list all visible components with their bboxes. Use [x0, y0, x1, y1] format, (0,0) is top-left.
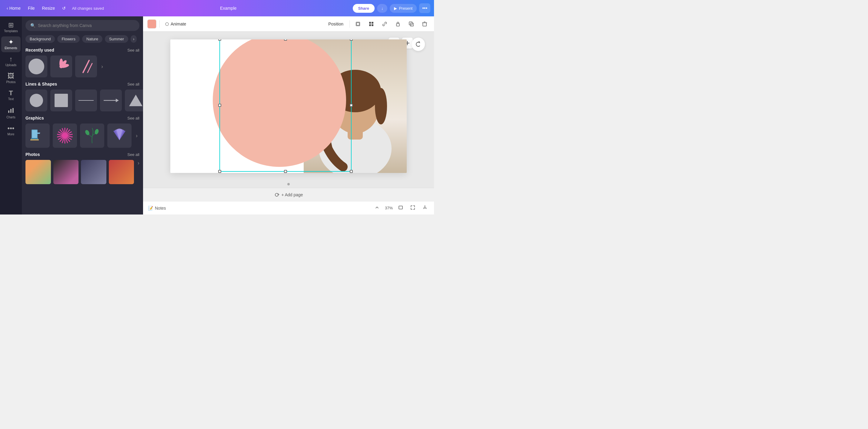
hide-pages-button[interactable]	[373, 204, 381, 212]
search-input[interactable]	[38, 23, 134, 28]
graphics-see-all[interactable]: See all	[127, 116, 140, 120]
photos-grid: ›	[26, 160, 140, 184]
document-title: Example	[220, 6, 237, 10]
lines-shapes-see-all[interactable]: See all	[127, 82, 140, 86]
photo-item-1[interactable]	[26, 160, 51, 184]
photo-item-2[interactable]	[53, 160, 79, 184]
notes-icon: 📝	[148, 206, 153, 210]
page-dots	[143, 180, 434, 188]
line-container	[75, 100, 97, 101]
crop-button[interactable]	[353, 20, 363, 28]
pink-circle-element[interactable]	[213, 39, 346, 167]
notes-button[interactable]: 📝 Notes	[148, 206, 166, 210]
sidebar-item-templates[interactable]: ⊞ Templates	[1, 20, 21, 35]
shape-line[interactable]	[75, 89, 97, 111]
svg-rect-28	[369, 22, 371, 24]
graphic-item-3[interactable]	[80, 123, 104, 148]
tag-flowers[interactable]: Flowers	[57, 35, 80, 43]
more-icon: •••	[7, 125, 14, 132]
crop-icon	[355, 21, 361, 27]
link-icon	[382, 21, 387, 27]
animate-button[interactable]: ⬡ Animate	[163, 20, 188, 28]
recent-item-petals[interactable]	[50, 56, 72, 77]
svg-point-47	[375, 88, 387, 124]
tag-more-button[interactable]: ›	[131, 35, 137, 43]
graphics-more-arrow[interactable]: ›	[136, 133, 137, 139]
file-button[interactable]: File	[25, 4, 38, 12]
graphic-item-1[interactable]	[26, 123, 50, 148]
sidebar-item-elements[interactable]: ✦ Elements	[1, 36, 21, 52]
copy-icon	[408, 21, 414, 27]
shape-arrow[interactable]	[100, 89, 122, 111]
sidebar-item-charts[interactable]: Charts	[1, 104, 21, 121]
line-shape	[79, 100, 94, 101]
handle-bottom-middle[interactable]	[284, 170, 287, 173]
tag-nature[interactable]: Nature	[82, 35, 102, 43]
topbar: ‹ Home File Resize ↺ All changes saved E…	[0, 0, 434, 17]
recently-used-see-all[interactable]: See all	[127, 48, 140, 53]
handle-top-left[interactable]	[218, 39, 221, 41]
tag-summer[interactable]: Summer	[105, 35, 128, 43]
graphics-grid: ›	[26, 123, 140, 148]
svg-rect-11	[32, 130, 37, 138]
photo-item-4[interactable]	[109, 160, 134, 184]
position-button[interactable]: Position	[325, 20, 346, 28]
add-page-bar[interactable]: + Add page	[143, 188, 434, 201]
undo-button[interactable]: ↺	[59, 4, 69, 12]
sidebar-item-more[interactable]: ••• More	[1, 122, 21, 138]
present-button[interactable]: ▶ Present	[390, 4, 417, 13]
svg-rect-0	[8, 110, 9, 113]
handle-bottom-left[interactable]	[218, 170, 221, 173]
svg-rect-29	[372, 22, 373, 24]
photos-see-all[interactable]: See all	[127, 152, 140, 157]
search-bar[interactable]: 🔍	[26, 20, 140, 31]
share-button[interactable]: Share	[353, 4, 375, 13]
recently-used-title: Recently used	[26, 48, 54, 53]
recently-used-more-arrow[interactable]: ›	[101, 63, 103, 70]
sidebar-item-uploads[interactable]: ↑ Uploads	[1, 53, 21, 69]
svg-rect-34	[409, 22, 412, 25]
sidebar-item-text[interactable]: T Text	[1, 87, 21, 103]
shape-rectangle[interactable]	[50, 89, 72, 111]
graphic-item-2[interactable]	[53, 123, 77, 148]
sidebar-item-photos[interactable]: 🖼 Photos	[1, 70, 21, 86]
tag-background[interactable]: Background	[26, 35, 55, 43]
link-button[interactable]	[379, 20, 390, 28]
fit-page-icon	[398, 205, 403, 210]
copy-button[interactable]	[406, 20, 416, 28]
canvas-main[interactable]	[143, 32, 434, 180]
photo-item-3[interactable]	[81, 160, 106, 184]
shape-triangle[interactable]	[125, 89, 143, 111]
rotate-button[interactable]	[411, 38, 425, 51]
present-icon: ▶	[394, 6, 397, 10]
recent-item-slash[interactable]	[75, 56, 97, 77]
photos-more-arrow[interactable]: ›	[137, 160, 140, 184]
chevron-left-icon: ‹	[7, 6, 8, 10]
fullscreen-button[interactable]	[408, 204, 417, 212]
color-swatch[interactable]	[147, 20, 156, 29]
photos-title: Photos	[26, 152, 40, 157]
fullscreen-icon	[410, 205, 415, 210]
elements-icon: ✦	[8, 39, 13, 46]
fit-page-button[interactable]	[396, 204, 405, 212]
lock-icon	[395, 21, 401, 27]
resize-button[interactable]: Resize	[39, 4, 58, 12]
refresh-icon	[274, 192, 279, 198]
more-options-button[interactable]: •••	[419, 3, 430, 13]
download-button[interactable]: ↓	[377, 4, 388, 13]
lock-button[interactable]	[393, 20, 403, 28]
svg-rect-13	[30, 139, 39, 141]
design-canvas[interactable]	[170, 39, 407, 173]
undo-icon: ↺	[62, 6, 66, 10]
svg-rect-33	[410, 23, 413, 26]
graphic-item-4[interactable]	[107, 123, 131, 148]
grid-button[interactable]	[366, 20, 376, 28]
home-button[interactable]: ‹ Home	[4, 4, 24, 12]
topbar-right: Share ↓ ▶ Present •••	[353, 3, 430, 13]
delete-button[interactable]	[420, 20, 430, 28]
grid-icon	[369, 21, 374, 27]
recent-item-circle[interactable]	[26, 56, 47, 77]
shape-circle[interactable]	[26, 89, 47, 111]
zoom-level: 37%	[385, 206, 393, 210]
accessibility-button[interactable]	[421, 204, 429, 212]
